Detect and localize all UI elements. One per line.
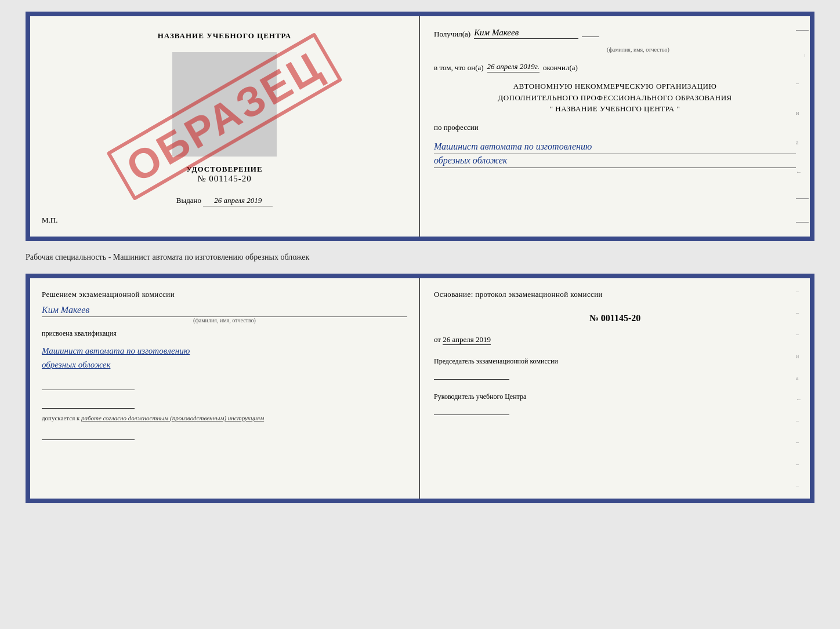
professiya-block: Машинист автомата по изготовлению обрезн… [434, 140, 796, 168]
kvalif-block: Машинист автомата по изготовлению обрезн… [42, 344, 407, 372]
spine-tick-3 [796, 222, 809, 223]
spine-char-2: – [796, 80, 809, 86]
brs-9: – [796, 461, 809, 467]
dopuskaetsya-block: допускается к работе согласно должностны… [42, 415, 407, 421]
brs-6: ← [796, 396, 809, 402]
dash-after-name [582, 37, 599, 37]
top-document-pair: НАЗВАНИЕ УЧЕБНОГО ЦЕНТРА ОБРАЗЕЦ УДОСТОВ… [26, 12, 814, 241]
recipient-name: Ким Макеев [474, 28, 578, 39]
stamp-area [172, 52, 277, 157]
prisvoena-label: присвоена квалификация [42, 329, 407, 338]
spine-char-3: и [796, 110, 809, 116]
udostoverenie-label: УДОСТОВЕРЕНИЕ [186, 165, 262, 174]
predsedatel-sig [434, 369, 509, 380]
osnovanie-label: Основание: протокол экзаменационной коми… [434, 290, 796, 299]
udostoverenie-block: УДОСТОВЕРЕНИЕ № 001145-20 [186, 165, 262, 184]
resheniem-label: Решением экзаменационной комиссии [42, 290, 407, 299]
po-professii-label: по профессии [434, 123, 796, 132]
rukovoditel-block: Руководитель учебного Центра [434, 392, 796, 415]
predsedatel-label: Председатель экзаменационной комиссии [434, 357, 796, 366]
protocol-number: № 001145-20 [434, 313, 796, 323]
spine-char-1: – [796, 54, 809, 57]
org-line1: АВТОНОМНУЮ НЕКОММЕРЧЕСКУЮ ОРГАНИЗАЦИЮ [434, 81, 796, 92]
bottom-fio-hint: (фамилия, имя, отчество) [42, 317, 407, 323]
predsedatel-block: Председатель экзаменационной комиссии [434, 357, 796, 380]
bottom-document-pair: Решением экзаменационной комиссии Ким Ма… [26, 274, 814, 503]
poluchil-row: Получил(a) Ким Макеев [434, 28, 796, 39]
brs-4: и [796, 353, 809, 359]
brs-7: – [796, 417, 809, 424]
top-right-panel: Получил(a) Ким Макеев (фамилия, имя, отч… [420, 16, 810, 237]
professiya-line2: обрезных обложек [434, 155, 796, 168]
ot-label: от [434, 335, 441, 344]
bottom-left-panel: Решением экзаменационной комиссии Ким Ма… [30, 278, 420, 499]
dopuskaetsya-val: работе согласно должностным (производств… [81, 415, 264, 421]
brs-2: – [796, 310, 809, 316]
spine-char-4: а [796, 139, 809, 146]
spine-char-5: ← [796, 169, 809, 175]
brs-5: а [796, 375, 809, 381]
spine-tick-2 [796, 198, 809, 199]
org-block: АВТОНОМНУЮ НЕКОММЕРЧЕСКУЮ ОРГАНИЗАЦИЮ ДО… [434, 81, 796, 115]
brs-1: – [796, 288, 809, 294]
brs-10: – [796, 482, 809, 489]
top-left-panel: НАЗВАНИЕ УЧЕБНОГО ЦЕНТРА ОБРАЗЕЦ УДОСТОВ… [30, 16, 420, 237]
fio-hint-top: (фамилия, имя, отчество) [607, 46, 669, 53]
vidan-date: 26 апреля 2019 [203, 196, 273, 206]
sig-field-1 [42, 380, 135, 390]
okonchil-label: окончил(а) [543, 63, 578, 72]
mp-label: М.П. [42, 216, 57, 225]
ot-line: от 26 апреля 2019 [434, 335, 796, 344]
org-name: " НАЗВАНИЕ УЧЕБНОГО ЦЕНТРА " [434, 103, 796, 115]
vtom-row: в том, что он(а) 26 апреля 2019г. окончи… [434, 62, 796, 72]
spine-tick [796, 30, 809, 31]
sig-field-3 [42, 430, 135, 440]
ot-date: 26 апреля 2019 [443, 335, 491, 345]
bottom-name-block: Ким Макеев (фамилия, имя, отчество) [42, 305, 407, 323]
bottom-recipient-name: Ким Макеев [42, 305, 407, 317]
brs-3: – [796, 331, 809, 337]
vtom-date: 26 апреля 2019г. [487, 62, 540, 72]
kvalif-line2: обрезных обложек [42, 358, 407, 372]
org-line2: ДОПОЛНИТЕЛЬНОГО ПРОФЕССИОНАЛЬНОГО ОБРАЗО… [434, 92, 796, 104]
separator-label: Рабочая специальность - Машинист автомат… [26, 250, 814, 264]
top-right-spine: – – и а ← [795, 16, 810, 237]
vidan-line: Выдано 26 апреля 2019 [176, 196, 273, 206]
dopuskaetsya-label: допускается к [42, 415, 79, 421]
vtom-label: в том, что он(а) [434, 63, 484, 72]
professiya-line1: Машинист автомата по изготовлению [434, 141, 796, 154]
kvalif-line1: Машинист автомата по изготовлению [42, 344, 407, 358]
vidan-label: Выдано [176, 196, 201, 205]
poluchil-label: Получил(a) [434, 30, 470, 39]
brs-8: – [796, 439, 809, 445]
udostoverenie-number: № 001145-20 [186, 174, 262, 184]
school-title-top: НАЗВАНИЕ УЧЕБНОГО ЦЕНТРА [158, 31, 292, 41]
rukovoditel-sig [434, 405, 509, 415]
bottom-right-panel: Основание: протокол экзаменационной коми… [420, 278, 810, 499]
sig-field-2 [42, 398, 135, 409]
bottom-right-spine: – – – и а ← – – – – [795, 278, 810, 499]
rukovoditel-label: Руководитель учебного Центра [434, 392, 796, 401]
